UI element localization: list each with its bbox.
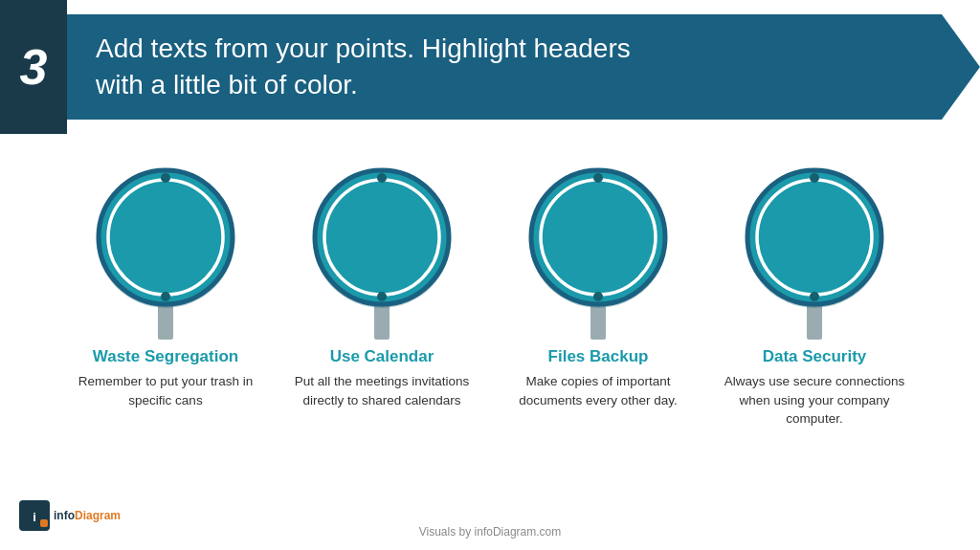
svg-point-12 <box>377 173 387 183</box>
svg-point-27 <box>810 292 819 301</box>
sign-title-calendar: Use Calendar <box>330 347 434 366</box>
footer-logo: i infoDiagram <box>19 500 121 531</box>
logo-info: info <box>54 509 75 522</box>
svg-text:i: i <box>33 510 36 524</box>
banner-line1: Add texts from your points. Highlight he… <box>96 33 631 63</box>
main-content: Waste Segregation Remember to put your t… <box>0 134 980 429</box>
svg-rect-0 <box>158 304 173 340</box>
signs-row: Waste Segregation Remember to put your t… <box>57 163 923 429</box>
header-text: Add texts from your points. Highlight he… <box>96 31 631 103</box>
sign-calendar <box>305 163 458 340</box>
footer-credit: Visuals by infoDiagram.com <box>419 525 562 539</box>
svg-point-5 <box>161 173 170 183</box>
footer-logo-text: infoDiagram <box>54 509 121 522</box>
banner-line2: with a little bit of color. <box>96 70 358 99</box>
header-section: 3 Add texts from your points. Highlight … <box>0 0 980 134</box>
sign-waste <box>89 163 242 340</box>
sign-column-waste: Waste Segregation Remember to put your t… <box>70 163 261 429</box>
svg-rect-14 <box>590 304 606 340</box>
svg-point-19 <box>593 173 603 183</box>
sign-body-backup: Make copies of important documents every… <box>502 372 694 409</box>
sign-column-backup: Files Backup Make copies of important do… <box>502 163 694 429</box>
sign-title-security: Data Security <box>763 347 867 366</box>
svg-rect-21 <box>807 304 822 340</box>
svg-point-13 <box>377 292 387 301</box>
sign-column-calendar: Use Calendar Put all the meetings invita… <box>286 163 478 429</box>
svg-point-20 <box>593 292 603 301</box>
footer: i infoDiagram Visuals by infoDiagram.com <box>0 525 980 539</box>
sign-security <box>738 163 891 340</box>
sign-body-security: Always use secure connections when using… <box>719 372 910 429</box>
infodiagram-logo-icon: i <box>19 500 50 531</box>
svg-point-6 <box>161 292 170 301</box>
svg-rect-7 <box>374 304 390 340</box>
number-box: 3 <box>0 0 67 134</box>
logo-diagram: Diagram <box>75 509 121 522</box>
sign-body-waste: Remember to put your trash in specific c… <box>70 372 261 409</box>
svg-point-26 <box>810 173 819 183</box>
slide-number: 3 <box>20 38 48 96</box>
sign-column-security: Data Security Always use secure connecti… <box>719 163 910 429</box>
sign-body-calendar: Put all the meetings invitations directl… <box>286 372 478 409</box>
header-banner: Add texts from your points. Highlight he… <box>67 14 980 120</box>
svg-rect-30 <box>40 519 48 527</box>
banner-wrapper: Add texts from your points. Highlight he… <box>67 0 980 134</box>
sign-title-backup: Files Backup <box>548 347 649 366</box>
sign-title-waste: Waste Segregation <box>93 347 238 366</box>
sign-backup <box>522 163 675 340</box>
